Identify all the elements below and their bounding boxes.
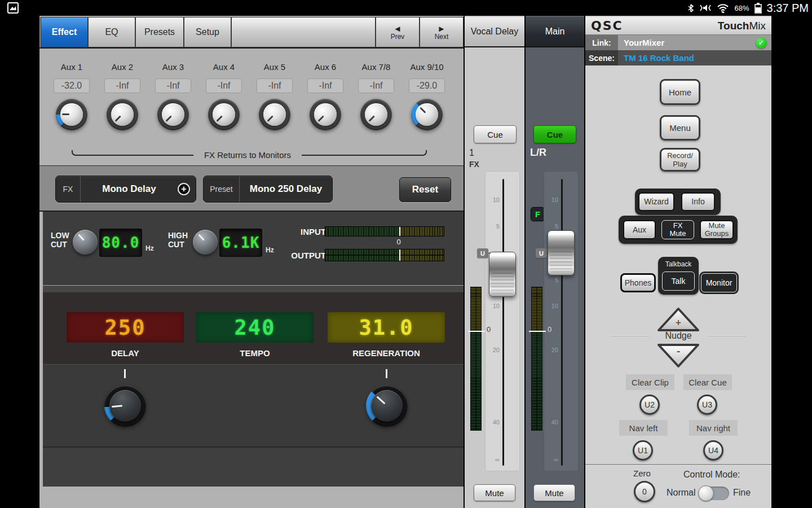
svg-text:+: + [676,317,682,329]
fx-preset-name: Mono 250 Delay [240,183,332,195]
aux-send-2: Aux 2 -Inf [99,49,146,161]
regeneration-label: REGENERATION [330,348,443,358]
next-channel-button[interactable]: ► Next [420,17,464,47]
talk-button[interactable]: Talk [662,271,695,291]
main-level-meter [531,287,542,431]
scene-row: Scene: TM 16 Rock Band [585,50,771,65]
main-mute-button[interactable]: Mute [533,484,575,501]
wifi-icon [717,3,729,13]
aux-bracket-caption: FX Returns to Monitors [193,150,302,160]
main-unity-badge: U [536,248,547,258]
aux-send-value: -32.0 [54,78,90,93]
delay-knob[interactable] [104,385,146,427]
mode-fine-label: Fine [733,488,751,498]
scene-value[interactable]: TM 16 Rock Band [624,53,694,63]
delay-knob-tick [124,369,126,378]
nudge-line-right [708,335,746,336]
fx-mute-button[interactable]: FXMute [661,220,694,239]
control-mode-toggle[interactable] [699,487,729,500]
tab-effect[interactable]: Effect [41,17,88,47]
nudge-up-button[interactable]: + [657,307,700,332]
aux-send-knob[interactable] [259,99,290,130]
nav-right-label: Nav right [689,420,738,436]
fx-fader-handle[interactable] [489,252,516,297]
main-cue-button[interactable]: Cue [533,125,576,143]
reset-button[interactable]: Reset [399,177,451,202]
main-fader-handle[interactable] [548,230,575,275]
zero-label: Zero [633,468,651,478]
wizard-info-group: Wizard Info [635,189,721,215]
clock: 3:37 PM [767,2,809,15]
toggle-knob-icon [698,485,714,501]
record-play-button[interactable]: Record/Play [660,148,700,172]
user-button-u2[interactable]: U2 [639,395,660,415]
tempo-label: TEMPO [198,348,311,358]
high-cut-knob[interactable] [193,230,218,255]
aux-send-6: Aux 6 -Inf [302,49,349,161]
prev-arrow-icon: ◄ [394,24,402,33]
user-button-u4[interactable]: U4 [703,440,723,461]
talkback-group: Talkback Talk [658,257,699,295]
low-cut-knob[interactable] [73,230,98,255]
aux-send-knob[interactable] [157,99,189,130]
link-value: YourMixer [624,38,664,47]
remote-body: Home Menu Record/Play Wizard Info Aux FX… [585,65,771,508]
status-bar: 68% 3:37 PM [0,0,812,16]
aux-send-knob[interactable] [310,99,341,130]
user-button-u1[interactable]: U1 [633,440,653,461]
brand-bar: QSC TouchMix [585,17,771,35]
volume-muted-icon [699,3,712,12]
phones-button[interactable]: Phones [620,273,656,292]
regeneration-display: 31.0 [328,312,445,343]
aux-send-value: -Inf [358,78,394,93]
wizard-button[interactable]: Wizard [638,192,674,211]
bluetooth-icon [687,3,694,13]
monitor-button[interactable]: Monitor [701,273,737,292]
input-meter [325,226,444,237]
io-zero-mark: 0 [393,238,404,246]
aux-send-knob[interactable] [360,99,392,130]
filter-block: LOW CUT 80.0 Hz HIGH CUT 6.1K Hz INPUT 0… [43,212,464,285]
low-cut-label: LOW CUT [51,231,69,249]
fx-type-selector[interactable]: FX Mono Delay + [55,176,196,203]
aux-button[interactable]: Aux [623,220,656,239]
main-fader-track: 10 5 5 10 20 40 ∞ [544,171,579,471]
fx-mute-button[interactable]: Mute [474,484,515,501]
menu-button[interactable]: Menu [660,115,700,141]
high-cut-label: HIGH CUT [168,231,188,249]
fx-cue-button[interactable]: Cue [474,125,517,143]
aux-send-knob[interactable] [411,99,443,130]
main-channel-name: L/R [530,147,546,159]
input-meter-label: INPUT [285,227,326,237]
zero-button[interactable]: 0 [634,481,655,502]
delay-label: DELAY [69,348,182,358]
aux-send-knob[interactable] [56,99,87,130]
tab-presets[interactable]: Presets [135,17,184,47]
fx-selector-row: FX Mono Delay + Preset Mono 250 Delay Re… [39,165,464,212]
aux-send-knob[interactable] [208,99,240,130]
mute-groups-button[interactable]: MuteGroups [700,220,734,239]
prev-channel-button[interactable]: ◄ Prev [376,17,420,47]
home-button[interactable]: Home [660,79,700,105]
output-meter-zero-divider [399,249,400,261]
talkback-label: Talkback [658,260,699,268]
fx-channel-strip: Vocal Delay Cue 1 FX 10 5 5 10 20 40 ∞ U… [465,16,524,508]
fx-preset-selector[interactable]: Preset Mono 250 Delay [203,176,333,203]
regeneration-knob[interactable] [366,385,408,427]
nudge-down-button[interactable]: - [657,343,700,368]
output-meter-label: OUTPUT [279,251,326,260]
control-mode-label: Control Mode: [683,470,740,480]
aux-send-value: -Inf [257,78,293,93]
aux-send-4: Aux 4 -Inf [200,49,248,161]
fx-add-icon[interactable]: + [178,183,190,195]
info-button[interactable]: Info [681,192,715,211]
aux-send-value: -Inf [155,78,191,93]
tab-setup[interactable]: Setup [184,17,231,47]
user-button-u3[interactable]: U3 [697,395,717,415]
link-row: Link: YourMixer ✓ [585,35,771,50]
main-fader-bank-button[interactable]: F [531,207,545,221]
view-mode-group: Aux FXMute MuteGroups [619,216,738,244]
high-cut-display: 6.1K [219,229,262,257]
aux-send-knob[interactable] [107,99,138,130]
tab-eq[interactable]: EQ [88,17,135,47]
